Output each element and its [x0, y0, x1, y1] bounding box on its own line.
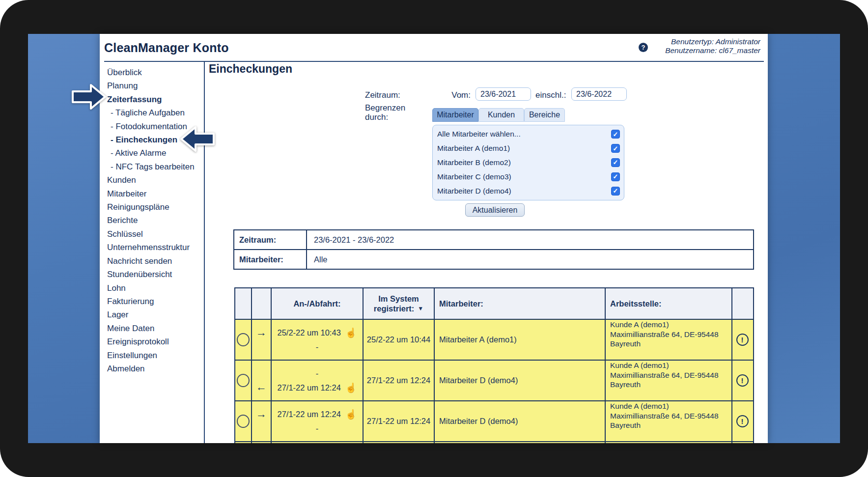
- direction-cell: [252, 442, 272, 443]
- employee-cell: Mitarbeiter A (demo1): [435, 320, 606, 360]
- time-text: 27/1-22 um 12:24: [277, 408, 340, 421]
- member-row-mitarbeiter-c-demo3[interactable]: Mitarbeiter C (demo3)✓: [433, 172, 624, 181]
- header-warning-col: [732, 288, 752, 319]
- an-abfahrt-cell: 27/1-22 um 12:24☝-: [272, 401, 364, 441]
- sidebar-item-berblick[interactable]: Überblick: [100, 66, 204, 79]
- sidebar-item-lohn[interactable]: Lohn: [100, 281, 204, 295]
- help-icon[interactable]: ?: [639, 43, 648, 52]
- sidebar-item-schl-ssel[interactable]: Schlüssel: [100, 227, 204, 241]
- warning-icon[interactable]: !: [736, 415, 749, 427]
- date-to-input[interactable]: [571, 87, 627, 101]
- member-checkbox[interactable]: ✓: [611, 144, 620, 153]
- filter-tabs: MitarbeiterKundenBereiche: [432, 108, 565, 122]
- hand-pointer-icon[interactable]: ☝: [345, 326, 357, 339]
- member-checkbox[interactable]: ✓: [611, 130, 620, 139]
- sidebar-item-abmelden[interactable]: Abmelden: [100, 362, 204, 375]
- row-radio[interactable]: [237, 374, 250, 387]
- summary-label: Zeitraum:: [234, 230, 307, 249]
- tab-kunden[interactable]: Kunden: [478, 108, 524, 122]
- table-row: [235, 442, 753, 443]
- hand-pointer-icon[interactable]: ☝: [345, 408, 357, 421]
- row-radio[interactable]: [237, 333, 250, 346]
- sidebar-item-berichte[interactable]: Berichte: [100, 214, 204, 227]
- member-row-mitarbeiter-a-demo1[interactable]: Mitarbeiter A (demo1)✓: [433, 144, 624, 153]
- sidebar-item-planung[interactable]: Planung: [100, 79, 204, 92]
- table-row: →25/2-22 um 10:43☝-25/2-22 um 10:44Mitar…: [235, 320, 753, 361]
- member-row-mitarbeiter-d-demo4[interactable]: Mitarbeiter D (demo4)✓: [433, 187, 624, 196]
- time-text: 25/2-22 um 10:43: [277, 326, 340, 339]
- tab-bereiche[interactable]: Bereiche: [524, 108, 565, 122]
- user-type: Benutzertyp: Administrator: [665, 37, 760, 46]
- summary-row-zeitraum: Zeitraum: 23/6-2021 - 23/6-2022: [234, 230, 753, 249]
- sidebar-item-ereignisprotokoll[interactable]: Ereignisprotokoll: [100, 335, 204, 348]
- sidebar-item-reinigungspl-ne[interactable]: Reinigungspläne: [100, 200, 204, 214]
- header-radio-col: [235, 288, 252, 319]
- warning-icon[interactable]: !: [736, 334, 749, 346]
- date-from-input[interactable]: [476, 87, 531, 101]
- annotation-arrow-zeiterfassung: [71, 84, 107, 110]
- sidebar-item-mitarbeiter[interactable]: Mitarbeiter: [100, 187, 204, 200]
- header-arbeitsstelle: Arbeitsstelle:: [606, 288, 732, 319]
- worksite-line: Maximillianstraße 64, DE-95448 Bayreuth: [610, 370, 728, 390]
- sidebar-item-kunden[interactable]: Kunden: [100, 173, 204, 187]
- direction-cell: →: [252, 320, 272, 360]
- tab-mitarbeiter[interactable]: Mitarbeiter: [432, 108, 478, 122]
- member-list: Alle Mitarbeiter wählen...✓Mitarbeiter A…: [432, 125, 624, 200]
- main-content: Eincheckungen Zeitraum: Vom: einschl.: B…: [206, 62, 768, 443]
- row-radio[interactable]: [237, 415, 250, 428]
- time-line: -: [316, 422, 319, 435]
- member-checkbox[interactable]: ✓: [611, 158, 620, 167]
- sidebar-item-lager[interactable]: Lager: [100, 308, 204, 321]
- header-mitarbeiter: Mitarbeiter:: [435, 288, 606, 319]
- header-an-abfahrt: An-/Abfahrt:: [272, 288, 364, 319]
- warning-icon[interactable]: !: [736, 374, 749, 387]
- member-row-mitarbeiter-b-demo2[interactable]: Mitarbeiter B (demo2)✓: [433, 158, 624, 167]
- radio-cell: [235, 320, 252, 360]
- warning-cell: !: [732, 401, 752, 441]
- einschl-label: einschl.:: [535, 90, 566, 100]
- time-text: 27/1-22 um 12:24: [277, 381, 340, 394]
- direction-cell: ←: [252, 361, 272, 400]
- sidebar-item-einstellungen[interactable]: Einstellungen: [100, 349, 204, 362]
- annotation-arrow-eincheckungen: [180, 126, 215, 152]
- sidebar-item-meine-daten[interactable]: Meine Daten: [100, 322, 204, 335]
- time-text: -: [316, 340, 319, 354]
- header-im-system[interactable]: Im System registriert: ▼: [364, 288, 435, 319]
- begrenzen-label: Begrenzen durch:: [365, 103, 412, 122]
- sidebar-item-nachricht-senden[interactable]: Nachricht senden: [100, 254, 204, 268]
- sort-desc-icon[interactable]: ▼: [418, 304, 423, 313]
- radio-cell: [235, 361, 252, 400]
- sidebar-item-fakturierung[interactable]: Fakturierung: [100, 295, 204, 308]
- update-button[interactable]: Aktualisieren: [465, 203, 525, 217]
- sidebar-item-nfc-tags-bearbeiten[interactable]: - NFC Tags bearbeiten: [100, 160, 204, 173]
- employee-cell: Mitarbeiter D (demo4): [435, 361, 606, 400]
- header-direction-col: [252, 288, 272, 319]
- an-abfahrt-cell: [272, 442, 364, 443]
- departure-arrow-icon: ←: [256, 381, 267, 393]
- sidebar-item-zeiterfassung[interactable]: Zeiterfassung: [100, 93, 204, 106]
- worksite-cell: [606, 442, 732, 443]
- member-label: Mitarbeiter B (demo2): [437, 158, 511, 167]
- sidebar-item-t-gliche-aufgaben[interactable]: - Tägliche Aufgaben: [100, 106, 204, 119]
- time-line: 27/1-22 um 12:24☝: [277, 408, 357, 421]
- member-checkbox[interactable]: ✓: [611, 187, 620, 196]
- sidebar-item-unternehmensstruktur[interactable]: Unternehmensstruktur: [100, 241, 204, 254]
- an-abfahrt-cell: -27/1-22 um 12:24☝: [272, 361, 364, 400]
- member-label: Mitarbeiter A (demo1): [437, 144, 510, 153]
- worksite-line: Maximillianstraße 64, DE-95448 Bayreuth: [610, 330, 728, 349]
- page-title: Eincheckungen: [209, 62, 292, 76]
- member-checkbox[interactable]: ✓: [611, 172, 620, 181]
- member-label: Mitarbeiter D (demo4): [437, 187, 511, 196]
- registered-cell: [364, 442, 435, 443]
- direction-cell: →: [252, 401, 272, 441]
- radio-cell: [235, 401, 252, 441]
- time-line: 27/1-22 um 12:24☝: [277, 381, 357, 394]
- sidebar-item-stunden-bersicht[interactable]: Stundenübersicht: [100, 268, 204, 281]
- member-row-alle-mitarbeiter-w-hlen[interactable]: Alle Mitarbeiter wählen...✓: [433, 130, 624, 139]
- registered-cell: 27/1-22 um 12:24: [364, 361, 435, 400]
- summary-value: 23/6-2021 - 23/6-2022: [307, 230, 753, 249]
- table-body: →25/2-22 um 10:43☝-25/2-22 um 10:44Mitar…: [235, 320, 753, 443]
- hand-pointer-icon[interactable]: ☝: [345, 381, 357, 394]
- warning-cell: !: [732, 320, 752, 360]
- registered-cell: 27/1-22 um 12:24: [364, 401, 435, 441]
